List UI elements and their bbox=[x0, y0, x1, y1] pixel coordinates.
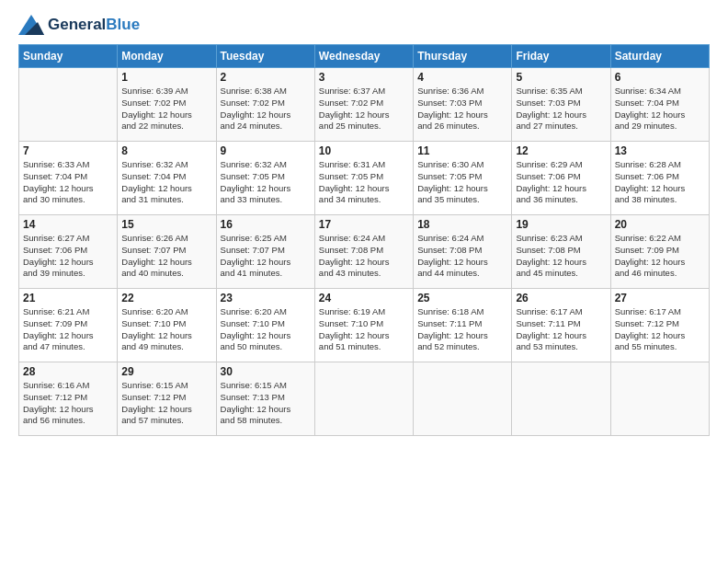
cell-date: 24 bbox=[319, 292, 409, 304]
calendar-cell: 29Sunrise: 6:15 AM Sunset: 7:12 PM Dayli… bbox=[118, 362, 216, 436]
cell-date: 15 bbox=[121, 218, 211, 231]
cell-info: Sunrise: 6:39 AM Sunset: 7:02 PM Dayligh… bbox=[121, 86, 211, 132]
calendar-cell: 19Sunrise: 6:23 AM Sunset: 7:08 PM Dayli… bbox=[512, 215, 610, 289]
cell-date: 18 bbox=[417, 218, 507, 231]
header: GeneralBlue bbox=[18, 15, 710, 35]
calendar-cell: 10Sunrise: 6:31 AM Sunset: 7:05 PM Dayli… bbox=[314, 142, 413, 215]
cell-date: 17 bbox=[319, 218, 409, 231]
cell-info: Sunrise: 6:25 AM Sunset: 7:07 PM Dayligh… bbox=[221, 233, 311, 280]
cell-info: Sunrise: 6:20 AM Sunset: 7:10 PM Dayligh… bbox=[221, 306, 311, 353]
cell-date: 14 bbox=[23, 218, 113, 231]
cell-date: 20 bbox=[615, 218, 705, 231]
cell-info: Sunrise: 6:21 AM Sunset: 7:09 PM Dayligh… bbox=[23, 306, 113, 353]
calendar-cell: 28Sunrise: 6:16 AM Sunset: 7:12 PM Dayli… bbox=[19, 362, 118, 436]
calendar-cell: 21Sunrise: 6:21 AM Sunset: 7:09 PM Dayli… bbox=[19, 289, 118, 362]
calendar-cell: 6Sunrise: 6:34 AM Sunset: 7:04 PM Daylig… bbox=[610, 68, 709, 142]
calendar-cell: 11Sunrise: 6:30 AM Sunset: 7:05 PM Dayli… bbox=[414, 142, 512, 215]
calendar-cell: 4Sunrise: 6:36 AM Sunset: 7:03 PM Daylig… bbox=[414, 68, 512, 142]
calendar-cell: 30Sunrise: 6:15 AM Sunset: 7:13 PM Dayli… bbox=[216, 362, 314, 436]
week-row-4: 21Sunrise: 6:21 AM Sunset: 7:09 PM Dayli… bbox=[19, 289, 710, 362]
week-row-1: 1Sunrise: 6:39 AM Sunset: 7:02 PM Daylig… bbox=[19, 68, 710, 142]
cell-info: Sunrise: 6:20 AM Sunset: 7:10 PM Dayligh… bbox=[121, 306, 211, 353]
cell-info: Sunrise: 6:19 AM Sunset: 7:10 PM Dayligh… bbox=[319, 306, 409, 353]
cell-info: Sunrise: 6:35 AM Sunset: 7:03 PM Dayligh… bbox=[516, 86, 606, 132]
cell-date: 9 bbox=[221, 144, 311, 157]
col-header-wednesday: Wednesday bbox=[314, 45, 413, 68]
cell-info: Sunrise: 6:37 AM Sunset: 7:02 PM Dayligh… bbox=[319, 86, 409, 132]
logo: GeneralBlue bbox=[18, 15, 140, 35]
cell-date: 30 bbox=[221, 365, 311, 378]
calendar-cell: 17Sunrise: 6:24 AM Sunset: 7:08 PM Dayli… bbox=[314, 215, 413, 289]
cell-info: Sunrise: 6:28 AM Sunset: 7:06 PM Dayligh… bbox=[615, 159, 705, 206]
cell-date: 4 bbox=[417, 71, 507, 84]
cell-date: 7 bbox=[23, 144, 113, 157]
cell-date: 23 bbox=[221, 292, 311, 304]
cell-date: 1 bbox=[121, 71, 211, 84]
cell-date: 3 bbox=[319, 71, 409, 84]
cell-info: Sunrise: 6:27 AM Sunset: 7:06 PM Dayligh… bbox=[23, 233, 113, 280]
week-row-5: 28Sunrise: 6:16 AM Sunset: 7:12 PM Dayli… bbox=[19, 362, 710, 436]
calendar-cell: 13Sunrise: 6:28 AM Sunset: 7:06 PM Dayli… bbox=[610, 142, 709, 215]
header-row: SundayMondayTuesdayWednesdayThursdayFrid… bbox=[19, 45, 710, 68]
calendar-cell bbox=[314, 362, 413, 436]
cell-info: Sunrise: 6:33 AM Sunset: 7:04 PM Dayligh… bbox=[23, 159, 113, 206]
cell-info: Sunrise: 6:30 AM Sunset: 7:05 PM Dayligh… bbox=[417, 159, 507, 206]
cell-date: 28 bbox=[23, 365, 113, 378]
cell-date: 2 bbox=[221, 71, 311, 84]
cell-info: Sunrise: 6:24 AM Sunset: 7:08 PM Dayligh… bbox=[417, 233, 507, 280]
cell-date: 16 bbox=[221, 218, 311, 231]
calendar-cell: 14Sunrise: 6:27 AM Sunset: 7:06 PM Dayli… bbox=[19, 215, 118, 289]
calendar-header: SundayMondayTuesdayWednesdayThursdayFrid… bbox=[19, 45, 710, 68]
calendar-cell: 27Sunrise: 6:17 AM Sunset: 7:12 PM Dayli… bbox=[610, 289, 709, 362]
calendar-body: 1Sunrise: 6:39 AM Sunset: 7:02 PM Daylig… bbox=[19, 68, 710, 436]
calendar-cell: 9Sunrise: 6:32 AM Sunset: 7:05 PM Daylig… bbox=[216, 142, 314, 215]
cell-info: Sunrise: 6:15 AM Sunset: 7:12 PM Dayligh… bbox=[121, 380, 211, 427]
col-header-tuesday: Tuesday bbox=[216, 45, 314, 68]
cell-info: Sunrise: 6:18 AM Sunset: 7:11 PM Dayligh… bbox=[417, 306, 507, 353]
cell-info: Sunrise: 6:36 AM Sunset: 7:03 PM Dayligh… bbox=[417, 86, 507, 132]
calendar-cell: 12Sunrise: 6:29 AM Sunset: 7:06 PM Dayli… bbox=[512, 142, 610, 215]
cell-info: Sunrise: 6:34 AM Sunset: 7:04 PM Dayligh… bbox=[615, 86, 705, 132]
cell-date: 21 bbox=[23, 292, 113, 304]
cell-info: Sunrise: 6:29 AM Sunset: 7:06 PM Dayligh… bbox=[516, 159, 606, 206]
calendar-cell: 20Sunrise: 6:22 AM Sunset: 7:09 PM Dayli… bbox=[610, 215, 709, 289]
calendar-cell: 8Sunrise: 6:32 AM Sunset: 7:04 PM Daylig… bbox=[118, 142, 216, 215]
calendar-cell bbox=[19, 68, 118, 142]
cell-date: 11 bbox=[417, 144, 507, 157]
calendar-cell: 7Sunrise: 6:33 AM Sunset: 7:04 PM Daylig… bbox=[19, 142, 118, 215]
cell-info: Sunrise: 6:17 AM Sunset: 7:12 PM Dayligh… bbox=[615, 306, 705, 353]
col-header-thursday: Thursday bbox=[414, 45, 512, 68]
calendar-cell: 2Sunrise: 6:38 AM Sunset: 7:02 PM Daylig… bbox=[216, 68, 314, 142]
col-header-saturday: Saturday bbox=[610, 45, 709, 68]
calendar-cell: 25Sunrise: 6:18 AM Sunset: 7:11 PM Dayli… bbox=[414, 289, 512, 362]
calendar-cell: 5Sunrise: 6:35 AM Sunset: 7:03 PM Daylig… bbox=[512, 68, 610, 142]
cell-date: 8 bbox=[121, 144, 211, 157]
cell-date: 10 bbox=[319, 144, 409, 157]
col-header-monday: Monday bbox=[118, 45, 216, 68]
cell-info: Sunrise: 6:15 AM Sunset: 7:13 PM Dayligh… bbox=[221, 380, 311, 427]
cell-date: 25 bbox=[417, 292, 507, 304]
calendar-cell: 23Sunrise: 6:20 AM Sunset: 7:10 PM Dayli… bbox=[216, 289, 314, 362]
cell-date: 26 bbox=[516, 292, 606, 304]
calendar-cell: 18Sunrise: 6:24 AM Sunset: 7:08 PM Dayli… bbox=[414, 215, 512, 289]
calendar-cell: 3Sunrise: 6:37 AM Sunset: 7:02 PM Daylig… bbox=[314, 68, 413, 142]
cell-info: Sunrise: 6:38 AM Sunset: 7:02 PM Dayligh… bbox=[221, 86, 311, 132]
cell-date: 6 bbox=[615, 71, 705, 84]
col-header-friday: Friday bbox=[512, 45, 610, 68]
cell-info: Sunrise: 6:22 AM Sunset: 7:09 PM Dayligh… bbox=[615, 233, 705, 280]
week-row-2: 7Sunrise: 6:33 AM Sunset: 7:04 PM Daylig… bbox=[19, 142, 710, 215]
calendar-cell bbox=[610, 362, 709, 436]
calendar-cell: 15Sunrise: 6:26 AM Sunset: 7:07 PM Dayli… bbox=[118, 215, 216, 289]
cell-info: Sunrise: 6:32 AM Sunset: 7:04 PM Dayligh… bbox=[121, 159, 211, 206]
cell-date: 29 bbox=[121, 365, 211, 378]
page-container: GeneralBlue SundayMondayTuesdayWednesday… bbox=[0, 0, 728, 445]
cell-date: 19 bbox=[516, 218, 606, 231]
cell-info: Sunrise: 6:32 AM Sunset: 7:05 PM Dayligh… bbox=[221, 159, 311, 206]
cell-info: Sunrise: 6:24 AM Sunset: 7:08 PM Dayligh… bbox=[319, 233, 409, 280]
calendar-cell: 24Sunrise: 6:19 AM Sunset: 7:10 PM Dayli… bbox=[314, 289, 413, 362]
cell-date: 5 bbox=[516, 71, 606, 84]
cell-info: Sunrise: 6:31 AM Sunset: 7:05 PM Dayligh… bbox=[319, 159, 409, 206]
calendar-cell: 1Sunrise: 6:39 AM Sunset: 7:02 PM Daylig… bbox=[118, 68, 216, 142]
cell-info: Sunrise: 6:17 AM Sunset: 7:11 PM Dayligh… bbox=[516, 306, 606, 353]
calendar-table: SundayMondayTuesdayWednesdayThursdayFrid… bbox=[18, 44, 710, 436]
